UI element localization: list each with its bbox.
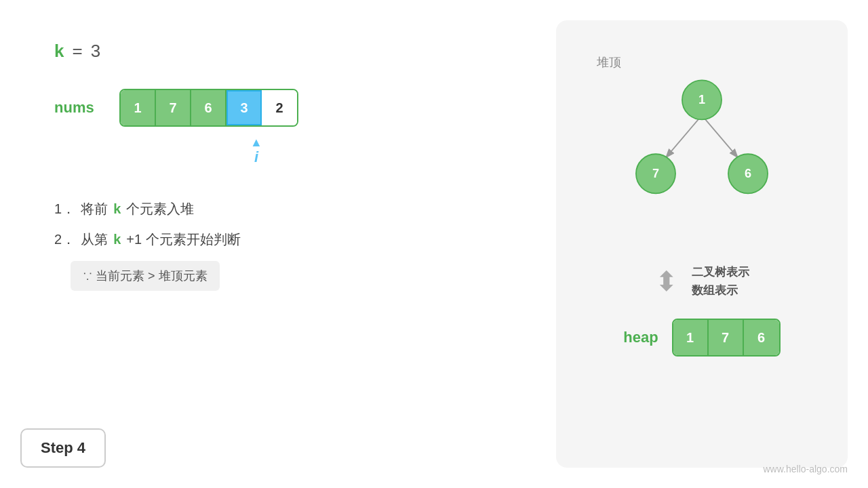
- array-cell-0: 1: [121, 90, 156, 125]
- tree-svg: 1 7 6: [570, 41, 834, 258]
- nums-label: nums: [54, 99, 108, 117]
- step2-num: 2．: [54, 230, 75, 249]
- pointer-arrow-icon: ▲: [250, 136, 262, 148]
- step-2: 2． 从第 k +1 个元素开始判断: [54, 230, 393, 249]
- repr-array-label: 数组表示: [692, 283, 749, 298]
- heap-cell-1: 7: [709, 320, 744, 355]
- array-cell-2: 6: [191, 90, 226, 125]
- array-cell-1: 7: [156, 90, 191, 125]
- step2-text: 从第: [81, 230, 108, 249]
- heap-section: heap 1 7 6: [623, 319, 780, 357]
- equals-sign: =: [72, 41, 82, 62]
- edge-root-right: [702, 115, 737, 157]
- step1-num: 1．: [54, 200, 75, 218]
- right-panel: 堆顶 1 7 6 ⬍ 二叉树表示 数组表示: [556, 20, 848, 468]
- steps-section: 1． 将前 k 个元素入堆 2． 从第 k +1 个元素开始判断 ∵ 当前元素 …: [54, 200, 393, 291]
- tree-node-right-text: 6: [745, 167, 751, 180]
- tree-node-left-text: 7: [652, 167, 659, 180]
- array-cell-3: 3: [226, 90, 262, 125]
- middle-section: ⬍ 二叉树表示 数组表示: [655, 264, 749, 298]
- k-variable: k: [54, 41, 64, 62]
- step1-text2: 个元素入堆: [126, 200, 194, 218]
- heap-label: heap: [623, 329, 658, 346]
- heap-cell-2: 6: [744, 320, 779, 355]
- k-value: 3: [91, 41, 100, 62]
- step-1: 1． 将前 k 个元素入堆: [54, 200, 393, 218]
- step1-k: k: [113, 201, 121, 217]
- edge-root-left: [667, 115, 702, 157]
- step-note: ∵ 当前元素 > 堆顶元素: [54, 261, 393, 291]
- index-pointer: ▲ i: [119, 136, 393, 166]
- array-container: 1 7 6 3 2: [119, 89, 298, 127]
- array-cell-4: 2: [262, 90, 297, 125]
- step-note-text: ∵ 当前元素 > 堆顶元素: [71, 261, 220, 291]
- nums-line: nums 1 7 6 3 2: [54, 89, 393, 127]
- step2-text2: +1 个元素开始判断: [126, 230, 240, 249]
- tree-section: 堆顶 1 7 6: [570, 41, 834, 258]
- heap-cell-0: 1: [673, 320, 709, 355]
- heap-array: 1 7 6: [672, 319, 781, 357]
- tree-node-root-text: 1: [698, 93, 705, 106]
- left-panel: k = 3 nums 1 7 6 3 2 ▲ i 1． 将前 k 个元素入堆 2…: [0, 0, 448, 488]
- k-line: k = 3: [54, 41, 393, 62]
- repr-labels: 二叉树表示 数组表示: [692, 264, 749, 298]
- double-arrow-icon: ⬍: [655, 266, 678, 297]
- step2-k: k: [113, 232, 121, 247]
- repr-binary-label: 二叉树表示: [692, 264, 749, 280]
- pointer-label: i: [254, 148, 258, 166]
- footer: www.hello-algo.com: [764, 464, 848, 474]
- step-button[interactable]: Step 4: [20, 428, 106, 468]
- step1-text: 将前: [81, 200, 108, 218]
